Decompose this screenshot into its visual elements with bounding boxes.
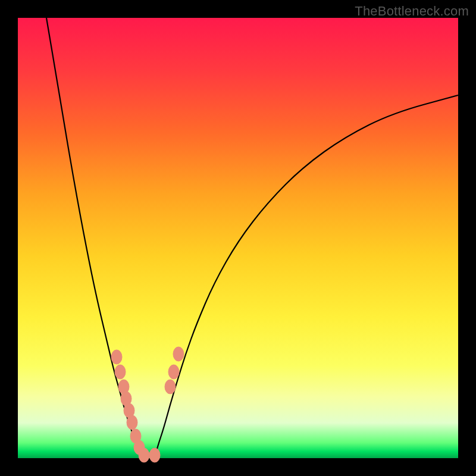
curves-svg <box>18 18 458 458</box>
data-marker <box>149 448 160 462</box>
plot-area <box>18 18 458 458</box>
data-marker <box>115 365 126 379</box>
data-marker <box>165 380 176 394</box>
chart-frame: TheBottleneck.com <box>0 0 476 476</box>
data-marker <box>139 448 149 462</box>
data-marker <box>173 347 184 361</box>
data-marker <box>127 415 137 430</box>
right-branch-markers <box>149 347 184 462</box>
left-branch-markers <box>111 350 149 462</box>
watermark-text: TheBottleneck.com <box>355 4 469 19</box>
data-marker <box>168 365 179 379</box>
data-marker <box>111 350 122 364</box>
right-branch-curve <box>155 95 458 458</box>
